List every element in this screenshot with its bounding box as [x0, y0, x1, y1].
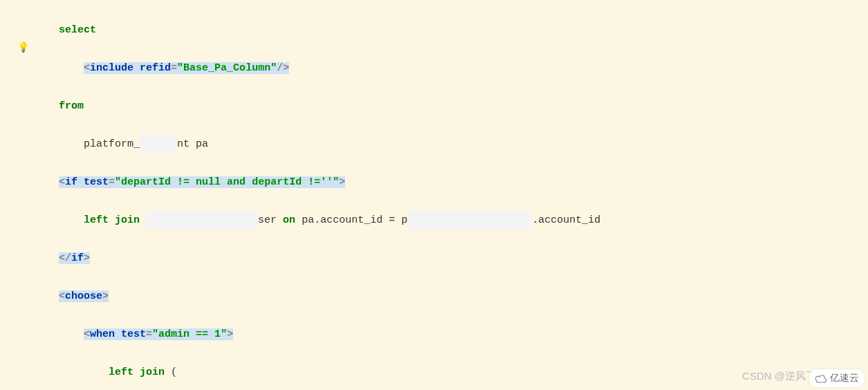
keyword-from: from [59, 100, 84, 112]
code-line: <include refid="Base_Pa_Column"/> [15, 59, 868, 78]
yisu-logo: 亿速云 [809, 369, 865, 387]
lightbulb-icon[interactable]: 💡 [17, 41, 29, 53]
code-line: left join ser on pa.account_id = p .acco… [15, 211, 868, 230]
code-line: select [15, 21, 868, 40]
redacted-text [407, 211, 532, 230]
logo-text: 亿速云 [830, 372, 859, 384]
tag-include: include [90, 62, 133, 74]
code-line: <choose> [15, 287, 868, 306]
cloud-icon [815, 373, 827, 383]
code-line: </if> [15, 249, 868, 268]
code-editor-content[interactable]: select <include refid="Base_Pa_Column"/>… [0, 0, 868, 390]
code-line: platform_ nt pa [15, 135, 868, 154]
code-line: <when test="admin == 1"> [15, 325, 868, 344]
tag-if: if [65, 176, 77, 188]
editor-gutter [0, 0, 14, 390]
code-line: from [15, 97, 868, 116]
code-line: left join ( [15, 363, 868, 382]
code-line: <if test="departId != null and departId … [15, 173, 868, 192]
csdn-watermark: CSDN @逆风飞 [742, 370, 816, 383]
redacted-text [140, 135, 177, 154]
redacted-text [146, 211, 258, 230]
keyword-select: select [59, 24, 96, 36]
tag-when: when [90, 328, 115, 340]
tag-choose: choose [65, 290, 102, 302]
